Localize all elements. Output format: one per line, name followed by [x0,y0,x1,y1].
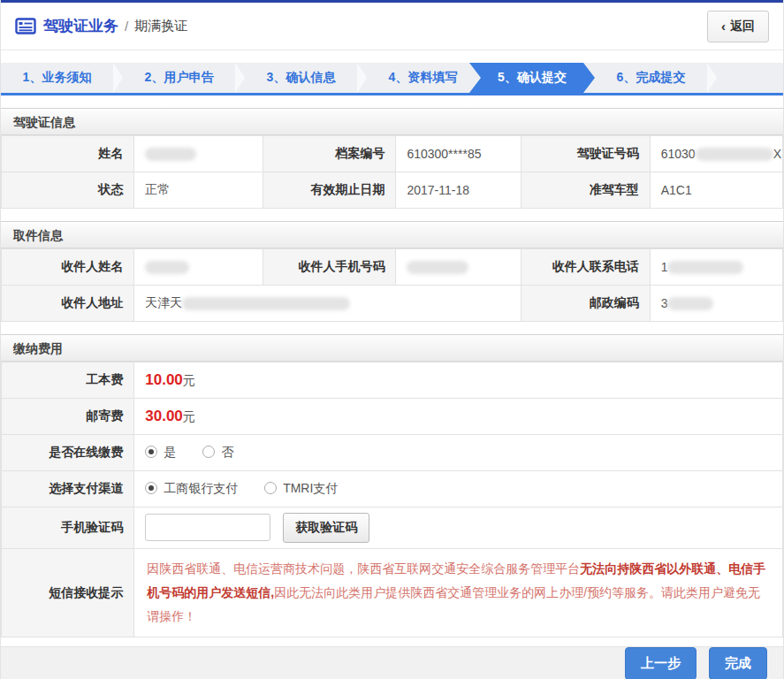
back-chevron-icon: ‹ [721,19,726,34]
name-value [134,136,263,172]
production-fee-label: 工本费 [2,362,134,399]
get-code-button[interactable]: 获取验证码 [283,513,369,543]
radio-channel-tmri-label[interactable]: TMRI支付 [283,481,338,495]
production-fee-amount: 10.00 [145,371,183,388]
fees-section-title: 缴纳费用 [1,334,783,362]
expiry-date-label: 有效期止日期 [263,172,396,209]
online-payment-label: 是否在线缴费 [2,435,134,471]
redacted-license-number [696,148,773,161]
radio-online-yes[interactable] [145,446,157,458]
redacted-phone [667,261,743,274]
license-business-icon [15,18,36,34]
table-row: 收件人地址 天津天 邮政编码 3 [2,286,783,322]
recipient-mobile-label: 收件人手机号码 [263,249,396,286]
recipient-address-value: 天津天 [134,286,521,322]
table-row: 状态 正常 有效期止日期 2017-11-18 准驾车型 A1C1 [2,172,783,209]
recipient-phone-value: 1 [650,249,782,286]
license-number-suffix: X [773,147,781,161]
payment-channel-options: 工商银行支付 TMRI支付 [134,471,783,507]
vehicle-class-value: A1C1 [650,172,782,209]
table-row: 是否在线缴费 是 否 [2,435,783,471]
back-button-label: 返回 [730,19,755,34]
sms-code-input[interactable] [145,514,270,541]
radio-online-no-label[interactable]: 否 [221,445,233,459]
table-row: 短信接收提示 因陕西省联通、电信运营商技术问题，陕西省互联网交通安全综合服务管理… [2,549,783,637]
breadcrumb-separator: / [125,19,128,34]
postage-fee-label: 邮寄费 [2,399,134,435]
radio-online-no[interactable] [202,446,215,458]
previous-step-button[interactable]: 上一步 [625,647,696,679]
breadcrumb-current: 期满换证 [134,18,187,34]
page-title: 驾驶证业务 [43,16,118,36]
sms-code-field: 获取验证码 [134,507,783,549]
postage-fee-value: 30.00元 [134,399,783,435]
file-number-label: 档案编号 [263,136,396,172]
postal-code-value: 3 [650,286,782,322]
finish-button[interactable]: 完成 [709,647,767,679]
header: 驾驶证业务 / 期满换证 ‹ 返回 [1,3,783,50]
phone-prefix: 1 [661,260,668,274]
step-6-complete[interactable]: 6、完成提交 [595,63,707,93]
pickup-info-section-title: 取件信息 [1,221,783,248]
license-number-label: 驾驶证号码 [521,136,650,172]
expiry-date-value: 2017-11-18 [396,172,521,209]
currency-unit: 元 [183,409,195,423]
currency-unit: 元 [183,373,195,387]
name-label: 姓名 [2,136,134,172]
postage-fee-amount: 30.00 [145,408,183,424]
step-separator-chevron [707,63,717,93]
page: 驾驶证业务 / 期满换证 ‹ 返回 1、业务须知 2、用户申告 3、确认信息 4… [0,0,784,679]
radio-channel-tmri[interactable] [264,482,277,494]
production-fee-value: 10.00元 [134,362,783,399]
footer-action-bar: 上一步 完成 [1,646,783,679]
step-4-fill-data[interactable]: 4、资料填写 [367,63,479,93]
sms-code-label: 手机验证码 [2,507,134,549]
redacted-address [182,297,350,310]
radio-channel-icbc[interactable] [145,482,157,494]
license-info-table: 姓名 档案编号 610300****85 驾驶证号码 61030X 状态 正常 … [1,135,783,209]
recipient-phone-label: 收件人联系电话 [521,249,650,286]
redacted-recipient-name [145,261,189,274]
step-1-notice[interactable]: 1、业务须知 [1,63,113,93]
license-number-value: 61030X [650,136,782,172]
radio-channel-icbc-label[interactable]: 工商银行支付 [164,481,238,495]
file-number-value: 610300****85 [396,136,521,172]
step-separator-chevron [235,63,245,93]
postal-code-label: 邮政编码 [521,286,650,322]
online-payment-options: 是 否 [134,435,783,471]
notice-part-1: 因陕西省联通、电信运营商技术问题，陕西省互联网交通安全综合服务管理平台 [147,561,580,576]
table-row: 收件人姓名 收件人手机号码 收件人联系电话 1 [2,249,783,286]
redacted-mobile [407,261,468,274]
step-5-confirm-submit-active[interactable]: 5、确认提交 [469,63,595,93]
license-info-section: 驾驶证信息 姓名 档案编号 610300****85 驾驶证号码 61030X … [1,108,783,209]
table-row: 手机验证码 获取验证码 [2,507,783,549]
sms-notice-text: 因陕西省联通、电信运营商技术问题，陕西省互联网交通安全综合服务管理平台无法向持陕… [134,549,783,637]
fees-table: 工本费 10.00元 邮寄费 30.00元 是否在线缴费 是 否 选择支付渠道 … [1,362,783,637]
address-prefix: 天津天 [145,295,182,309]
postal-prefix: 3 [661,296,668,310]
pickup-info-section: 取件信息 收件人姓名 收件人手机号码 收件人联系电话 1 收件人地址 天津天 邮… [1,221,783,322]
status-value: 正常 [134,172,263,209]
pickup-info-table: 收件人姓名 收件人手机号码 收件人联系电话 1 收件人地址 天津天 邮政编码 3 [1,248,783,322]
license-number-prefix: 61030 [661,147,696,161]
recipient-name-label: 收件人姓名 [2,249,134,286]
redacted-name [145,148,196,161]
status-label: 状态 [2,172,134,209]
step-separator-chevron [113,63,123,93]
step-3-confirm-info[interactable]: 3、确认信息 [245,63,357,93]
table-row: 姓名 档案编号 610300****85 驾驶证号码 61030X [2,136,783,172]
payment-channel-label: 选择支付渠道 [2,471,134,507]
step-separator-chevron [357,63,367,93]
recipient-mobile-value [396,249,521,286]
redacted-postal-code [667,297,713,310]
table-row: 工本费 10.00元 [2,362,783,399]
radio-online-yes-label[interactable]: 是 [164,445,176,459]
back-button[interactable]: ‹ 返回 [707,11,769,42]
license-info-section-title: 驾驶证信息 [1,108,783,135]
step-2-declaration[interactable]: 2、用户申告 [123,63,235,93]
sms-notice-label: 短信接收提示 [2,549,134,637]
step-wizard: 1、业务须知 2、用户申告 3、确认信息 4、资料填写 5、确认提交 6、完成提… [1,63,783,95]
table-row: 选择支付渠道 工商银行支付 TMRI支付 [2,471,783,507]
recipient-address-label: 收件人地址 [2,286,134,322]
fees-section: 缴纳费用 工本费 10.00元 邮寄费 30.00元 是否在线缴费 是 否 选择… [1,334,783,637]
